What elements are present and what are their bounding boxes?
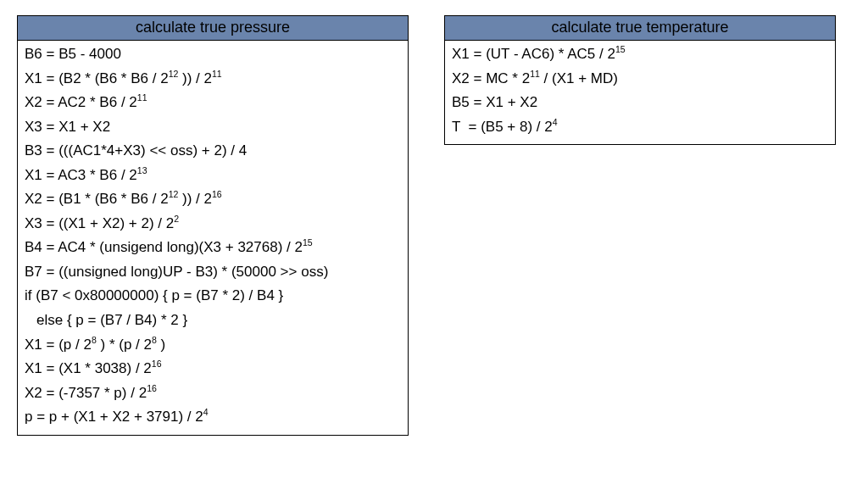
formula-line: X1 = (B2 * (B6 * B6 / 212 )) / 211 [25, 67, 401, 92]
text-segment: T = (B5 + 8) / 2 [452, 119, 553, 135]
text-segment: p = p + (X1 + X2 + 3791) / 2 [25, 409, 203, 425]
text-segment: if (B7 < 0x80000000) { p = (B7 * 2) / B4… [25, 287, 283, 303]
exponent: 12 [169, 69, 179, 79]
exponent: 11 [137, 92, 147, 103]
text-segment: / (X1 + MD) [540, 70, 618, 86]
formula-line: X1 = (p / 28 ) * (p / 28 ) [25, 333, 401, 358]
exponent: 13 [137, 165, 147, 175]
formula-line: B3 = (((AC1*4+X3) << oss) + 2) / 4 [25, 139, 401, 164]
formula-line: B6 = B5 - 4000 [25, 42, 401, 67]
formula-line: X1 = (UT - AC6) * AC5 / 215 [452, 42, 828, 67]
pressure-body: B6 = B5 - 4000X1 = (B2 * (B6 * B6 / 212 … [18, 41, 408, 435]
text-segment: X1 = (X1 * 3038) / 2 [25, 360, 152, 376]
content-wrap: calculate true pressure B6 = B5 - 4000X1… [17, 15, 851, 436]
text-segment: B3 = (((AC1*4+X3) << oss) + 2) / 4 [25, 142, 247, 159]
exponent: 12 [169, 190, 179, 200]
exponent: 15 [615, 44, 626, 54]
formula-line: X2 = MC * 211 / (X1 + MD) [452, 67, 828, 92]
formula-line: else { p = (B7 / B4) * 2 } [25, 309, 401, 333]
text-segment: X1 = (UT - AC6) * AC5 / 2 [452, 46, 615, 62]
text-segment: B6 = B5 - 4000 [25, 46, 121, 62]
text-segment: B4 = AC4 * (unsigend long)(X3 + 32768) /… [25, 239, 303, 255]
formula-line: X1 = (X1 * 3038) / 216 [25, 357, 401, 381]
text-segment: X2 = MC * 2 [452, 70, 530, 86]
text-segment: ) [157, 337, 165, 353]
text-segment: B7 = ((unsigned long)UP - B3) * (50000 >… [25, 264, 328, 280]
temperature-box: calculate true temperature X1 = (UT - AC… [444, 15, 836, 145]
exponent: 4 [553, 117, 558, 127]
pressure-box: calculate true pressure B6 = B5 - 4000X1… [17, 15, 409, 436]
exponent: 16 [212, 190, 222, 200]
text-segment: )) / 2 [178, 191, 212, 207]
text-segment: X2 = AC2 * B6 / 2 [25, 94, 137, 110]
formula-line: B7 = ((unsigned long)UP - B3) * (50000 >… [25, 260, 401, 285]
formula-line: B4 = AC4 * (unsigend long)(X3 + 32768) /… [25, 236, 401, 260]
formula-line: B5 = X1 + X2 [452, 91, 828, 115]
formula-line: X2 = (B1 * (B6 * B6 / 212 )) / 216 [25, 187, 401, 212]
exponent: 11 [530, 69, 540, 79]
text-segment: X1 = AC3 * B6 / 2 [25, 167, 137, 183]
text-segment: else { p = (B7 / B4) * 2 } [36, 312, 187, 328]
text-segment: X3 = X1 + X2 [25, 119, 110, 135]
text-segment: X1 = (B2 * (B6 * B6 / 2 [25, 70, 169, 86]
temperature-body: X1 = (UT - AC6) * AC5 / 215X2 = MC * 211… [445, 41, 835, 144]
exponent: 15 [303, 238, 313, 248]
exponent: 11 [212, 69, 222, 79]
text-segment: X2 = (-7357 * p) / 2 [25, 385, 147, 401]
formula-line: p = p + (X1 + X2 + 3791) / 24 [25, 405, 401, 430]
text-segment: ) * (p / 2 [97, 337, 152, 353]
formula-line: X3 = ((X1 + X2) + 2) / 22 [25, 212, 401, 236]
text-segment: B5 = X1 + X2 [452, 94, 537, 110]
text-segment: X3 = ((X1 + X2) + 2) / 2 [25, 215, 174, 231]
formula-line: if (B7 < 0x80000000) { p = (B7 * 2) / B4… [25, 284, 401, 309]
text-segment: X2 = (B1 * (B6 * B6 / 2 [25, 191, 169, 207]
exponent: 16 [147, 383, 157, 393]
exponent: 16 [152, 359, 162, 369]
formula-line: X1 = AC3 * B6 / 213 [25, 164, 401, 188]
exponent: 2 [174, 214, 179, 224]
formula-line: X2 = (-7357 * p) / 216 [25, 381, 401, 406]
formula-line: X3 = X1 + X2 [25, 115, 401, 140]
text-segment: X1 = (p / 2 [25, 337, 92, 353]
formula-line: X2 = AC2 * B6 / 211 [25, 91, 401, 115]
text-segment: )) / 2 [178, 70, 212, 86]
temperature-title: calculate true temperature [445, 16, 835, 41]
formula-line: T = (B5 + 8) / 24 [452, 115, 828, 140]
pressure-title: calculate true pressure [18, 16, 408, 41]
exponent: 4 [203, 408, 209, 418]
